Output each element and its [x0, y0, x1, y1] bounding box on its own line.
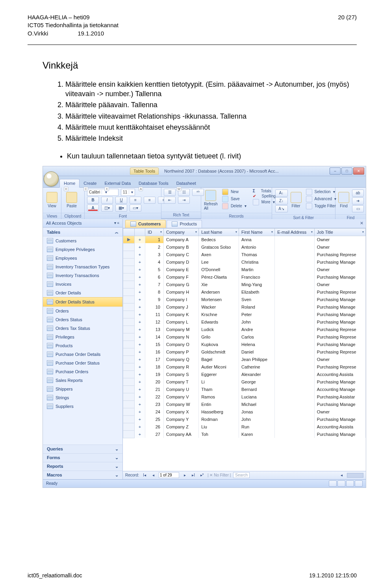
table-row[interactable]: +4Company DLeeChristinaPurchasing Manage [123, 258, 366, 266]
expand-button[interactable]: + [135, 408, 145, 415]
cell[interactable]: Purchasing Assistar [314, 393, 365, 400]
row-selector[interactable] [123, 318, 135, 326]
expand-button[interactable]: + [135, 303, 145, 311]
cell[interactable]: 9 [145, 296, 164, 303]
col-header-job-title[interactable]: Job Title▾ [314, 228, 365, 236]
cell[interactable]: 21 [145, 385, 164, 393]
cell[interactable]: Krschne [199, 311, 239, 318]
cell[interactable]: 26 [145, 423, 164, 430]
cell[interactable]: Bernard [239, 385, 275, 393]
minimize-button[interactable]: – [330, 167, 341, 175]
expand-button[interactable]: + [135, 393, 145, 400]
expand-button[interactable]: + [135, 326, 145, 333]
cell[interactable] [275, 400, 314, 408]
cell[interactable]: Ramos [199, 393, 239, 400]
cell[interactable]: Company A [164, 236, 199, 243]
cell[interactable]: Catherine [239, 363, 275, 370]
row-selector[interactable] [123, 243, 135, 251]
expand-button[interactable]: + [135, 400, 145, 408]
numbered-list-icon[interactable]: ☰ [164, 189, 176, 196]
cell[interactable]: Owner [314, 266, 365, 273]
expand-button[interactable]: + [135, 423, 145, 430]
underline-button[interactable]: U [115, 197, 127, 204]
chevron-left-icon[interactable]: ▾ « [114, 221, 119, 225]
align-center-button[interactable]: ≡ [144, 197, 156, 204]
dropdown-icon[interactable]: ▾ [271, 230, 273, 234]
cell[interactable]: 4 [145, 258, 164, 266]
table-row[interactable]: +21Company UThamBernardAccounting Manage [123, 385, 366, 393]
nav-item-purchase-order-status[interactable]: Purchase Order Status [43, 359, 122, 367]
table-row[interactable]: +7Company GXieMing-YangOwner [123, 281, 366, 288]
cell[interactable] [275, 296, 314, 303]
expand-button[interactable]: + [135, 243, 145, 251]
view-pivotchart-icon[interactable] [346, 480, 354, 487]
cell[interactable]: Company D [164, 258, 199, 266]
expand-button[interactable]: + [135, 281, 145, 288]
cell[interactable]: Andersen [199, 288, 239, 296]
cell[interactable]: Lee [199, 258, 239, 266]
cell[interactable]: Hasselberg [199, 408, 239, 415]
table-row[interactable]: +3Company CAxenThomasPurchasing Represe [123, 251, 366, 258]
cell[interactable]: Goldschmidt [199, 348, 239, 355]
cell[interactable]: Eggerer [199, 370, 239, 378]
close-tab-button[interactable]: ✕ [360, 221, 363, 226]
row-selector[interactable] [123, 281, 135, 288]
cell[interactable]: 11 [145, 311, 164, 318]
maximize-button[interactable]: □ [341, 167, 352, 175]
cell[interactable]: Company G [164, 281, 199, 288]
expand-button[interactable]: + [135, 288, 145, 296]
col-header-first-name[interactable]: First Name▾ [239, 228, 275, 236]
cell[interactable] [275, 333, 314, 341]
expand-button[interactable]: + [135, 318, 145, 326]
cell[interactable] [275, 318, 314, 326]
row-selector[interactable] [123, 415, 135, 423]
nav-item-privileges[interactable]: Privileges [43, 333, 122, 341]
cell[interactable] [275, 355, 314, 363]
nav-header[interactable]: All Access Objects ▾ « [43, 219, 122, 227]
cell[interactable]: Company S [164, 370, 199, 378]
cell[interactable]: 2 [145, 243, 164, 251]
table-row[interactable]: +22Company VRamosLucianaPurchasing Assis… [123, 393, 366, 400]
cell[interactable]: Pérez-Olaeta [199, 273, 239, 281]
nav-category-tables[interactable]: Tables︽ [43, 227, 122, 236]
row-selector[interactable] [123, 288, 135, 296]
font-color-button[interactable]: A [87, 205, 99, 212]
nav-item-employees[interactable]: Employees [43, 254, 122, 262]
cell[interactable] [275, 348, 314, 355]
col-header-last-name[interactable]: Last Name▾ [199, 228, 239, 236]
record-navigator[interactable]: Record: I◂ ◂ ▸ ▸I ▸* | ✕ No Filter | Sea… [123, 471, 366, 479]
expand-button[interactable]: + [135, 266, 145, 273]
table-row[interactable]: +8Company HAndersenElizabethPurchasing R… [123, 288, 366, 296]
cell[interactable]: Company L [164, 318, 199, 326]
table-row[interactable]: +17Company QBagelJean PhilippeOwner [123, 355, 366, 363]
cell[interactable]: Company K [164, 311, 199, 318]
row-selector[interactable] [123, 266, 135, 273]
cell[interactable]: Purchasing Manage [314, 430, 365, 438]
cell[interactable] [275, 393, 314, 400]
indent-right-button[interactable]: ⇥ [178, 197, 190, 204]
row-selector[interactable] [123, 326, 135, 333]
cell[interactable]: Company B [164, 243, 199, 251]
cell[interactable]: 20 [145, 378, 164, 385]
cell[interactable]: Company Q [164, 355, 199, 363]
nav-group-reports[interactable]: Reports⌄ [43, 462, 122, 471]
cell[interactable]: Company Y [164, 415, 199, 423]
cell[interactable]: Company I [164, 296, 199, 303]
cell[interactable]: Luciana [239, 393, 275, 400]
hscroll-left[interactable]: ◂ [338, 473, 345, 477]
cell[interactable]: Tham [199, 385, 239, 393]
nav-item-suppliers[interactable]: Suppliers [43, 402, 122, 411]
dropdown-icon[interactable]: ▾ [235, 230, 237, 234]
toggle-filter-button[interactable]: Toggle Filter [306, 203, 336, 209]
cell[interactable]: 12 [145, 318, 164, 326]
table-row[interactable]: +11Company KKrschnePeterPurchasing Manag… [123, 311, 366, 318]
cell[interactable]: Helena [239, 341, 275, 348]
refresh-all-button[interactable]: Refresh All [204, 189, 218, 212]
cell[interactable]: 18 [145, 363, 164, 370]
cell[interactable]: Karen [239, 430, 275, 438]
bold-button[interactable]: B [87, 197, 99, 204]
cell[interactable]: Purchasing Represe [314, 348, 365, 355]
cell[interactable]: Company N [164, 333, 199, 341]
cell[interactable] [275, 258, 314, 266]
cell[interactable] [275, 273, 314, 281]
